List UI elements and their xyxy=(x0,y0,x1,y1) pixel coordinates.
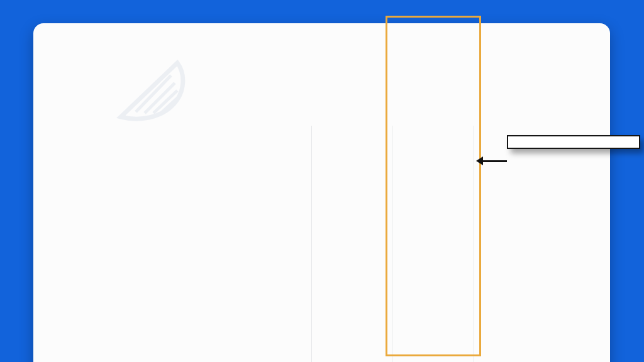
column-divider xyxy=(474,126,474,362)
callout-connector-line xyxy=(482,160,507,162)
ryanair-harp-watermark-icon xyxy=(112,57,194,134)
column-divider xyxy=(311,126,312,362)
callout-arrowhead-icon xyxy=(476,156,483,165)
annotation-callout xyxy=(507,135,640,149)
column-divider xyxy=(392,126,392,362)
